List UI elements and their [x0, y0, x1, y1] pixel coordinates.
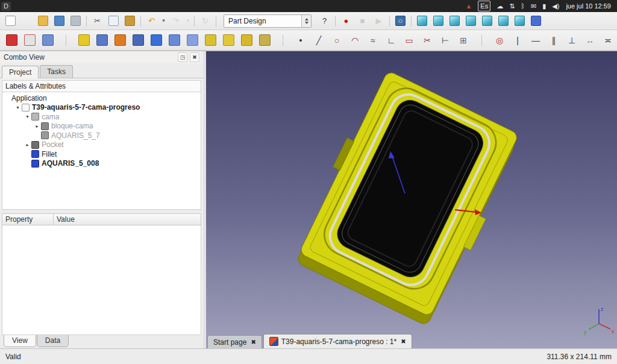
- sketcher-arc-button[interactable]: ◠: [346, 32, 364, 49]
- undo-button[interactable]: ↶: [143, 13, 160, 29]
- expander-icon[interactable]: ▸: [24, 142, 31, 148]
- freecad-logo-icon[interactable]: ▲: [465, 1, 472, 11]
- redo-button[interactable]: ↷: [168, 13, 184, 29]
- open-file-button[interactable]: [35, 13, 51, 29]
- mirrored-button[interactable]: [201, 32, 219, 49]
- 3d-scene[interactable]: z x y: [206, 51, 617, 348]
- search-button[interactable]: ○: [392, 13, 409, 29]
- tab-active-document[interactable]: T39-aquaris-5-7-cama-progreso : 1* ✖: [263, 334, 412, 348]
- sketcher-polyline-button[interactable]: ∟: [382, 32, 400, 49]
- multitransform-button[interactable]: [255, 32, 274, 49]
- map-sketch-to-face-button[interactable]: [39, 32, 57, 49]
- close-tab-icon[interactable]: ✖: [249, 339, 255, 345]
- view-rear-button[interactable]: [479, 13, 495, 29]
- redo-dropdown-arrow[interactable]: ▾: [184, 13, 192, 29]
- expander-icon[interactable]: ▸: [34, 124, 40, 129]
- viewport-3d[interactable]: z x y Start page ✖ T39-aquaris-5-7-cama-…: [206, 51, 617, 348]
- view-isometric-button[interactable]: [414, 13, 430, 29]
- tab-data[interactable]: Data: [37, 335, 69, 347]
- view-front-button[interactable]: [430, 13, 446, 29]
- separator-invisible[interactable]: [19, 13, 35, 29]
- keyboard-layout-indicator[interactable]: Es: [478, 1, 490, 11]
- tab-view[interactable]: View: [4, 335, 36, 347]
- polar-pattern-button[interactable]: [237, 32, 255, 49]
- workbench-selector[interactable]: Part Design: [224, 14, 312, 28]
- tree-item-cama[interactable]: ▾ cama: [2, 112, 201, 122]
- groove-button[interactable]: [129, 32, 147, 49]
- constraint-horizontal-button[interactable]: ―: [527, 32, 545, 49]
- separator[interactable]: [57, 32, 75, 49]
- new-file-button[interactable]: [2, 13, 19, 29]
- volume-icon[interactable]: ◀): [552, 1, 559, 11]
- sketcher-bspline-button[interactable]: ≈: [364, 32, 382, 49]
- view-left-button[interactable]: [512, 13, 528, 29]
- sketcher-point-button[interactable]: •: [292, 32, 310, 49]
- constraint-vertical-button[interactable]: |: [509, 32, 527, 49]
- tree-item-aquaris-5-008[interactable]: AQUARIS_5_008: [2, 159, 201, 169]
- macro-record-button[interactable]: ●: [338, 13, 354, 29]
- separator[interactable]: [387, 13, 392, 29]
- paste-button[interactable]: [122, 13, 138, 29]
- close-panel-button[interactable]: ✖: [190, 52, 199, 62]
- tree-item-fillet[interactable]: Fillet: [2, 149, 201, 159]
- property-column-header[interactable]: Property: [2, 213, 54, 225]
- pocket-button[interactable]: [93, 32, 111, 49]
- tab-project[interactable]: Project: [2, 66, 39, 78]
- fillet-button[interactable]: [147, 32, 165, 49]
- model-cama[interactable]: [288, 67, 525, 329]
- undo-dropdown-arrow[interactable]: ▾: [160, 13, 168, 29]
- cut-button[interactable]: ✂: [89, 13, 105, 29]
- sketcher-rectangle-button[interactable]: ▭: [400, 32, 418, 49]
- separator[interactable]: [333, 13, 338, 29]
- tree-item-bloque-cama[interactable]: ▸ bloque-cama: [2, 122, 201, 131]
- spinner-arrows-icon[interactable]: [301, 15, 311, 27]
- constraint-equal-button[interactable]: ≍: [599, 32, 617, 49]
- separator[interactable]: [138, 13, 143, 29]
- sketcher-extend-button[interactable]: ⊢: [436, 32, 454, 49]
- view-bottom-button[interactable]: [495, 13, 512, 29]
- measure-distance-button[interactable]: [528, 13, 544, 29]
- pad-button[interactable]: [75, 32, 93, 49]
- refresh-button[interactable]: ↻: [197, 13, 213, 29]
- whats-this-button[interactable]: ?: [316, 13, 333, 29]
- clock[interactable]: jue jul 10 12:59: [566, 2, 611, 10]
- value-column-header[interactable]: Value: [54, 213, 201, 225]
- draft-button[interactable]: [183, 32, 201, 49]
- mail-icon[interactable]: ✉: [531, 1, 536, 11]
- separator[interactable]: [213, 13, 219, 29]
- view-right-button[interactable]: [463, 13, 479, 29]
- sketcher-circle-button[interactable]: ○: [328, 32, 346, 49]
- bluetooth-icon[interactable]: ᛒ: [521, 1, 525, 11]
- macro-execute-button[interactable]: ▶: [371, 13, 387, 29]
- chamfer-button[interactable]: [165, 32, 183, 49]
- constraint-parallel-button[interactable]: ∥: [545, 32, 563, 49]
- save-file-button[interactable]: [51, 13, 67, 29]
- app-icon[interactable]: D: [1, 2, 11, 11]
- constraint-coincident-button[interactable]: ◎: [490, 32, 509, 49]
- separator[interactable]: [409, 13, 414, 29]
- copy-button[interactable]: [105, 13, 122, 29]
- tab-start-page[interactable]: Start page ✖: [207, 335, 262, 348]
- view-top-button[interactable]: [446, 13, 463, 29]
- tree-item-pocket[interactable]: ▸ Pocket: [2, 140, 201, 150]
- battery-icon[interactable]: ▮: [542, 1, 546, 11]
- macro-stop-button[interactable]: ■: [354, 13, 371, 29]
- sync-arrows-icon[interactable]: ⇅: [509, 1, 515, 11]
- float-panel-button[interactable]: ◳: [178, 52, 187, 62]
- separator[interactable]: [84, 13, 89, 29]
- create-sketch-button[interactable]: [2, 32, 20, 49]
- sketcher-line-button[interactable]: ╱: [310, 32, 328, 49]
- expander-icon[interactable]: ▾: [24, 114, 31, 119]
- separator[interactable]: [192, 13, 197, 29]
- tree-item-document[interactable]: ▾ T39-aquaris-5-7-cama-progreso: [2, 103, 201, 113]
- separator[interactable]: [274, 32, 292, 49]
- constraint-perpendicular-button[interactable]: ⊥: [563, 32, 581, 49]
- edit-sketch-button[interactable]: [20, 32, 39, 49]
- sketcher-trim-button[interactable]: ✂: [418, 32, 436, 49]
- close-tab-icon[interactable]: ✖: [399, 338, 406, 345]
- expander-icon[interactable]: ▾: [14, 105, 21, 110]
- revolution-button[interactable]: [111, 32, 129, 49]
- tree-item-application[interactable]: Application: [2, 93, 201, 103]
- cloud-icon[interactable]: ☁: [496, 1, 503, 11]
- sketcher-external-geometry-button[interactable]: ⊞: [454, 32, 472, 49]
